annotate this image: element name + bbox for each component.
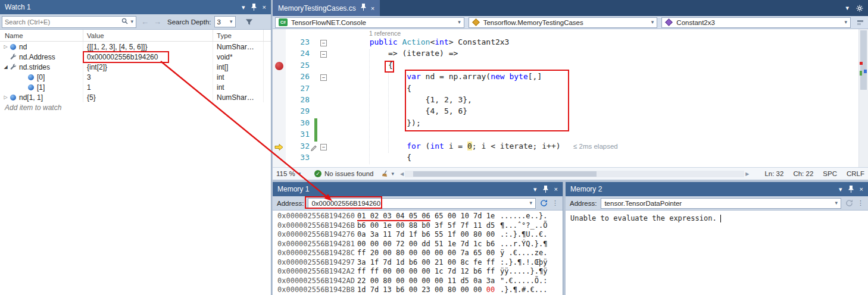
code-token: byte <box>509 72 527 81</box>
codelens-references[interactable]: 1 reference <box>369 30 401 37</box>
watch-add-row[interactable]: Add item to watch <box>0 102 271 112</box>
collapsed-expander-icon[interactable]: ▷ <box>2 95 10 100</box>
memory-row-address: 0x000002556B1942AD <box>277 277 357 286</box>
collapsed-expander-icon[interactable]: ▷ <box>2 44 10 49</box>
watch-value[interactable]: {[[1, 2, 3], [4, 5, 6]]} <box>83 42 213 52</box>
hex-segment: b6 00 1e 00 88 b0 3f 5f 7f 11 d5 <box>357 221 495 230</box>
chevron-down-icon[interactable]: ▾ <box>845 5 849 11</box>
watch-row[interactable]: ▷nd{[[1, 2, 3], [4, 5, 6]]}NumShar… <box>0 42 271 52</box>
code-editor[interactable]: 1 reference 23−public Action<int> Consta… <box>273 29 858 167</box>
pin-icon[interactable] <box>251 4 257 11</box>
code-cleanup-icon[interactable] <box>382 170 389 177</box>
status-column[interactable]: Ch: 22 <box>793 170 813 177</box>
watch-row[interactable]: [0]3int <box>0 72 271 82</box>
method-icon <box>665 18 673 26</box>
window-position-icon[interactable]: ▾ <box>242 4 245 11</box>
memory-dump[interactable]: 0x000002556B19426001 02 03 04 05 06 65 0… <box>273 211 563 295</box>
memory-row-address: 0x000002556B1942A2 <box>277 267 357 277</box>
chevron-down-icon[interactable]: ▾ <box>835 200 838 206</box>
watch-row[interactable]: [1]1int <box>0 82 271 92</box>
window-position-icon[interactable]: ▾ <box>533 186 537 193</box>
column-header-type[interactable]: Type <box>213 30 264 41</box>
watch-value[interactable]: 1 <box>83 82 213 92</box>
refresh-icon[interactable] <box>540 199 548 207</box>
gear-icon[interactable] <box>856 5 863 12</box>
watch-name-cell: [1] <box>0 82 83 92</box>
close-icon[interactable]: × <box>263 4 266 11</box>
memory-row-address: 0x000002556B19426B <box>277 221 357 231</box>
watch-value[interactable]: 3 <box>83 72 213 82</box>
pencil-icon <box>311 144 317 153</box>
status-space-mode[interactable]: SPC <box>823 170 837 177</box>
issues-label: No issues found <box>324 170 373 177</box>
pin-icon[interactable] <box>848 186 854 193</box>
scrollbar-thumb[interactable] <box>860 30 867 90</box>
zoom-select[interactable]: 115 % ▾ <box>276 170 311 177</box>
memory-row: 0x000002556B1942A2ff ff 00 00 00 00 1c 7… <box>277 267 563 277</box>
memory2-titlebar[interactable]: Memory 2 ▾ × <box>566 182 868 196</box>
watch-type: int <box>213 82 264 92</box>
watch-row[interactable]: ◢nd.strides{int[2]}int[] <box>0 62 271 72</box>
scroll-right-icon[interactable]: ▶ <box>745 171 749 177</box>
project-dropdown[interactable]: C# TensorFlowNET.Console ▾ <box>275 17 464 28</box>
editor-vertical-scrollbar[interactable] <box>858 29 868 167</box>
member-dropdown[interactable]: Constant2x3 ▾ <box>661 17 851 28</box>
watch-value[interactable]: {5} <box>83 92 213 102</box>
search-icon <box>121 18 128 26</box>
code-token: {1, 2, 3}, <box>426 95 472 104</box>
hex-segment: 0a 3a 11 7d 1f b6 55 1f 00 80 00 <box>357 230 495 238</box>
line-number: 26 <box>286 72 310 81</box>
memory1-titlebar[interactable]: Memory 1 ▾ × <box>273 182 563 196</box>
navbar-overflow-icon[interactable] <box>857 19 864 26</box>
column-header-name[interactable]: Name <box>0 30 83 41</box>
editor-horizontal-scrollbar[interactable]: ◀ ▶ <box>400 171 749 177</box>
chevron-down-icon[interactable]: ▾ <box>391 171 394 177</box>
chevron-down-icon[interactable]: ▾ <box>130 19 133 24</box>
scrollbar-track[interactable] <box>405 171 744 177</box>
watch-value[interactable]: 0x000002556b194260 <box>83 52 213 62</box>
fold-collapse-icon[interactable]: − <box>320 40 327 46</box>
toolbar-overflow-icon[interactable]: ⋮ <box>857 199 864 207</box>
column-header-value[interactable]: Value <box>83 30 213 41</box>
fold-collapse-icon[interactable]: − <box>320 144 327 150</box>
search-input[interactable]: Search (Ctrl+E) ▾ <box>2 16 136 28</box>
back-arrow-icon[interactable]: ← <box>141 18 149 26</box>
pin-icon[interactable] <box>361 4 366 12</box>
watch-row[interactable]: ▷nd[1, 1]{5}NumShar… <box>0 92 271 102</box>
status-line-ending[interactable]: CRLF <box>847 170 864 177</box>
code-token: => (iterate) => <box>388 49 458 58</box>
window-position-icon[interactable]: ▾ <box>839 186 842 193</box>
toolbar-overflow-icon[interactable]: ⋮ <box>552 199 558 207</box>
code-line: for (int i = 0; i < iterate; i++) <box>407 142 560 150</box>
watch-row[interactable]: nd.Address0x000002556b194260void* <box>0 52 271 62</box>
watch-titlebar[interactable]: Watch 1 ▾ × <box>0 0 271 14</box>
watch-type: void* <box>213 52 264 62</box>
scroll-left-icon[interactable]: ◀ <box>400 171 404 177</box>
chevron-down-icon[interactable]: ▾ <box>529 200 532 206</box>
tab-memorytestingcases[interactable]: MemoryTestingCases.cs × <box>273 0 380 16</box>
watch-type: NumShar… <box>213 92 264 102</box>
scrollbar-thumb[interactable] <box>413 171 597 177</box>
line-number: 27 <box>286 84 310 93</box>
memory2-address-input[interactable]: tensor.TensorDataPointer ▾ <box>601 198 841 209</box>
fold-collapse-icon[interactable]: − <box>320 74 327 81</box>
type-dropdown[interactable]: Tensorflow.MemoryTestingCases ▾ <box>469 17 658 28</box>
chevron-down-icon: ▾ <box>844 20 847 25</box>
watch-grid-header: Name Value Type <box>0 30 271 42</box>
fold-collapse-icon[interactable]: − <box>320 51 327 58</box>
close-icon[interactable]: × <box>554 186 558 193</box>
forward-arrow-icon[interactable]: → <box>154 18 161 26</box>
close-icon[interactable]: × <box>371 5 374 12</box>
line-number: 28 <box>286 95 310 104</box>
watch-name: [1] <box>37 83 45 92</box>
expanded-expander-icon[interactable]: ◢ <box>2 64 10 70</box>
filter-icon[interactable] <box>245 18 253 26</box>
issues-indicator[interactable]: ✓ No issues found <box>314 170 373 177</box>
close-icon[interactable]: × <box>860 186 863 193</box>
memory1-address-input[interactable]: 0x000002556B194260 ▾ <box>308 198 536 209</box>
status-line[interactable]: Ln: 32 <box>764 170 783 177</box>
hex-segment: 00 00 00 72 00 dd 51 1e 7d 1c b6 <box>357 240 495 248</box>
search-depth-select[interactable]: 3 ▾ <box>214 16 236 27</box>
pin-icon[interactable] <box>543 186 548 193</box>
watch-value[interactable]: {int[2]} <box>83 62 213 72</box>
